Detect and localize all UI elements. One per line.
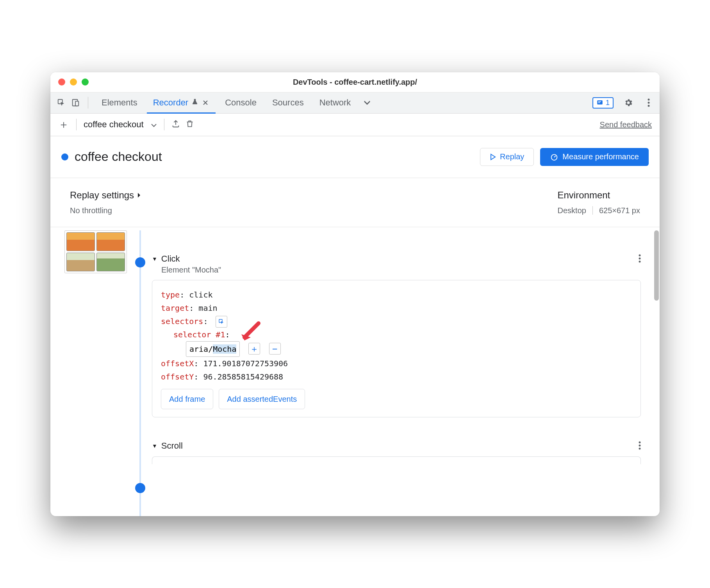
svg-point-9 bbox=[639, 257, 641, 259]
maximize-window-button[interactable] bbox=[82, 78, 89, 86]
prop-key-type: type bbox=[161, 290, 189, 299]
tab-recorder[interactable]: Recorder bbox=[147, 93, 216, 113]
tab-sources[interactable]: Sources bbox=[266, 93, 310, 113]
twisty-down-icon: ▼ bbox=[152, 443, 157, 449]
titlebar: DevTools - coffee-cart.netlify.app/ bbox=[50, 72, 660, 93]
step-header[interactable]: ▼ Click bbox=[152, 254, 641, 264]
step-name: Click bbox=[161, 254, 180, 264]
recorder-toolbar: ＋ coffee checkout Send feedback bbox=[50, 114, 660, 136]
timeline-dot bbox=[135, 257, 145, 267]
export-icon[interactable] bbox=[171, 119, 180, 130]
new-recording-button[interactable]: ＋ bbox=[58, 117, 69, 132]
tab-elements[interactable]: Elements bbox=[95, 93, 144, 113]
viewport-value: 625×671 px bbox=[599, 206, 640, 215]
selector-input[interactable]: aria/Mocha bbox=[186, 341, 240, 357]
environment-heading: Environment bbox=[558, 190, 640, 201]
more-tabs-icon[interactable] bbox=[360, 97, 374, 108]
step-details-card: typeclick targetmain selectors selector … bbox=[152, 280, 641, 417]
svg-point-10 bbox=[639, 260, 641, 262]
chevron-right-icon bbox=[137, 190, 141, 201]
svg-point-6 bbox=[648, 105, 650, 107]
prop-val-target: main bbox=[198, 303, 217, 313]
status-dot-icon bbox=[61, 153, 68, 160]
svg-point-4 bbox=[648, 99, 650, 101]
page-title: coffee checkout bbox=[75, 150, 162, 164]
add-asserted-events-button[interactable]: Add assertedEvents bbox=[219, 389, 305, 409]
settings-gear-icon[interactable] bbox=[623, 97, 634, 108]
settings-row: Replay settings No throttling Environmen… bbox=[50, 178, 660, 227]
svg-point-8 bbox=[639, 254, 641, 256]
tab-label: Recorder bbox=[153, 98, 188, 108]
button-label: Replay bbox=[500, 152, 524, 161]
divider bbox=[164, 119, 164, 130]
throttling-value: No throttling bbox=[70, 206, 558, 215]
step-subtitle: Element "Mocha" bbox=[161, 265, 641, 274]
button-label: Measure performance bbox=[562, 152, 639, 161]
prop-key-target: target bbox=[161, 303, 198, 313]
window-title: DevTools - coffee-cart.netlify.app/ bbox=[50, 78, 660, 87]
heading-label: Replay settings bbox=[70, 190, 134, 201]
steps-column: ▼ Click Element "Mocha" typeclick target… bbox=[152, 230, 660, 516]
step-kebab-menu-icon[interactable] bbox=[639, 254, 641, 265]
measure-performance-button[interactable]: Measure performance bbox=[540, 148, 649, 166]
divider bbox=[88, 97, 88, 109]
tab-network[interactable]: Network bbox=[313, 93, 357, 113]
tab-console[interactable]: Console bbox=[219, 93, 263, 113]
twisty-down-icon: ▼ bbox=[152, 256, 157, 262]
timeline-rail bbox=[128, 230, 152, 516]
inspect-element-icon[interactable] bbox=[56, 97, 67, 108]
step-scroll: ▼ Scroll bbox=[152, 441, 641, 464]
scrollbar-thumb[interactable] bbox=[654, 230, 659, 301]
issues-badge[interactable]: 1 bbox=[592, 97, 614, 109]
device-toolbar-icon[interactable] bbox=[70, 97, 81, 108]
chevron-down-icon bbox=[151, 119, 157, 130]
thumbnail-column bbox=[50, 230, 128, 516]
issues-count: 1 bbox=[606, 99, 610, 107]
prop-val-offsetx: 171.90187072753906 bbox=[203, 359, 288, 368]
environment-block: Environment Desktop 625×671 px bbox=[558, 190, 640, 215]
screenshot-thumbnail[interactable] bbox=[64, 230, 127, 273]
prop-key-selectors: selectors bbox=[161, 317, 212, 326]
tab-label: Sources bbox=[272, 98, 304, 108]
send-feedback-link[interactable]: Send feedback bbox=[600, 120, 652, 129]
svg-point-12 bbox=[639, 441, 641, 443]
divider bbox=[76, 119, 77, 130]
add-selector-button[interactable]: ＋ bbox=[248, 343, 260, 355]
remove-selector-button[interactable]: − bbox=[269, 343, 281, 355]
step-details-card bbox=[152, 456, 641, 464]
selector-picker-icon[interactable] bbox=[216, 316, 227, 328]
replay-button[interactable]: Replay bbox=[480, 148, 534, 166]
svg-point-7 bbox=[551, 154, 557, 160]
add-frame-button[interactable]: Add frame bbox=[161, 389, 213, 409]
divider bbox=[592, 206, 593, 215]
header-panel: coffee checkout Replay Measure performan… bbox=[50, 136, 660, 178]
svg-point-14 bbox=[639, 447, 641, 449]
close-window-button[interactable] bbox=[58, 78, 65, 86]
timeline-area: ▼ Click Element "Mocha" typeclick target… bbox=[50, 227, 660, 516]
minimize-window-button[interactable] bbox=[70, 78, 77, 86]
step-header[interactable]: ▼ Scroll bbox=[152, 441, 641, 451]
tab-label: Network bbox=[319, 98, 351, 108]
timeline-dot bbox=[135, 483, 145, 493]
prop-key-offsety: offsetY bbox=[161, 372, 203, 381]
recording-selector[interactable]: coffee checkout bbox=[84, 119, 157, 130]
beaker-icon bbox=[191, 98, 198, 108]
traffic-lights bbox=[58, 78, 89, 86]
svg-rect-2 bbox=[75, 101, 78, 106]
replay-settings-toggle[interactable]: Replay settings bbox=[70, 190, 558, 201]
recording-name: coffee checkout bbox=[84, 119, 144, 130]
tab-label: Console bbox=[225, 98, 257, 108]
devtools-window: DevTools - coffee-cart.netlify.app/ Elem… bbox=[50, 72, 660, 516]
device-value: Desktop bbox=[558, 206, 586, 215]
close-tab-icon[interactable] bbox=[202, 99, 209, 107]
step-click: ▼ Click Element "Mocha" typeclick target… bbox=[152, 254, 641, 417]
tabs-row: Elements Recorder Console Sources Networ… bbox=[50, 93, 660, 114]
prop-val-offsety: 96.28585815429688 bbox=[203, 372, 283, 381]
svg-point-13 bbox=[639, 444, 641, 446]
delete-icon[interactable] bbox=[186, 119, 194, 130]
prop-val-type: click bbox=[189, 290, 212, 299]
tab-label: Elements bbox=[102, 98, 137, 108]
step-kebab-menu-icon[interactable] bbox=[639, 441, 641, 453]
kebab-menu-icon[interactable] bbox=[643, 97, 654, 108]
prop-key-offsetx: offsetX bbox=[161, 359, 203, 368]
